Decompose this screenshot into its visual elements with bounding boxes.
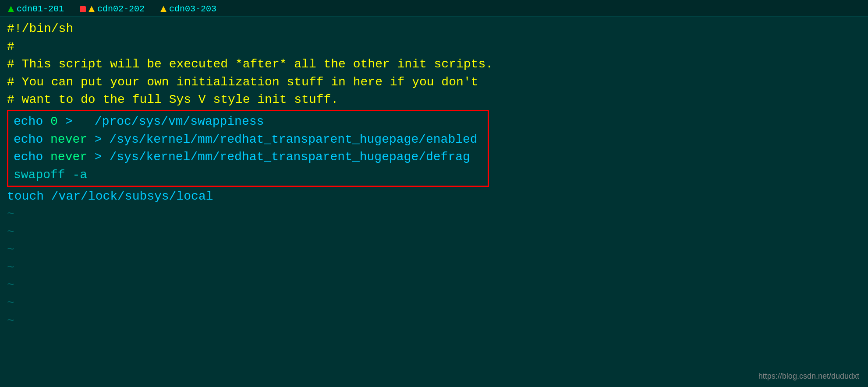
line-comment1: # This script will be executed *after* a… xyxy=(7,56,861,74)
tab-cdn02-label: cdn02-202 xyxy=(97,3,145,15)
watermark: https://blog.csdn.net/dududxt xyxy=(758,370,859,382)
line-tilde1: ~ xyxy=(7,206,861,224)
green-triangle-icon xyxy=(8,6,14,12)
editor-area: #!/bin/sh # # This script will be execut… xyxy=(0,17,868,334)
line-tilde5: ~ xyxy=(7,277,861,295)
tab-cdn03[interactable]: cdn03-203 xyxy=(152,1,224,17)
tab-cdn01-label: cdn01-201 xyxy=(17,3,64,15)
line-tilde4: ~ xyxy=(7,259,861,277)
tab-bar: cdn01-201 cdn02-202 cdn03-203 xyxy=(0,0,868,17)
warn-triangle-icon3 xyxy=(160,6,167,12)
warn-square-icon xyxy=(80,6,86,12)
line-tilde2: ~ xyxy=(7,224,861,242)
line-touch: touch /var/lock/subsys/local xyxy=(7,188,861,206)
line-echo3: echo never > /sys/kernel/mm/redhat_trans… xyxy=(14,148,482,166)
line-tilde6: ~ xyxy=(7,295,861,313)
line-swapoff: swapoff -a xyxy=(14,166,482,184)
line-hash: # xyxy=(7,38,861,56)
line-shebang: #!/bin/sh xyxy=(7,20,861,38)
line-tilde7: ~ xyxy=(7,313,861,331)
line-tilde3: ~ xyxy=(7,241,861,259)
line-comment2: # You can put your own initialization st… xyxy=(7,74,861,91)
tab-cdn01[interactable]: cdn01-201 xyxy=(0,1,72,17)
warn-triangle-icon2 xyxy=(89,6,95,12)
tab-cdn03-label: cdn03-203 xyxy=(169,3,216,15)
line-echo1: echo 0 > /proc/sys/vm/swappiness xyxy=(14,113,482,131)
line-comment3: # want to do the full Sys V style init s… xyxy=(7,91,861,109)
tab-cdn02[interactable]: cdn02-202 xyxy=(72,1,152,17)
highlighted-block: echo 0 > /proc/sys/vm/swappiness echo ne… xyxy=(7,110,489,187)
line-echo2: echo never > /sys/kernel/mm/redhat_trans… xyxy=(14,131,482,149)
